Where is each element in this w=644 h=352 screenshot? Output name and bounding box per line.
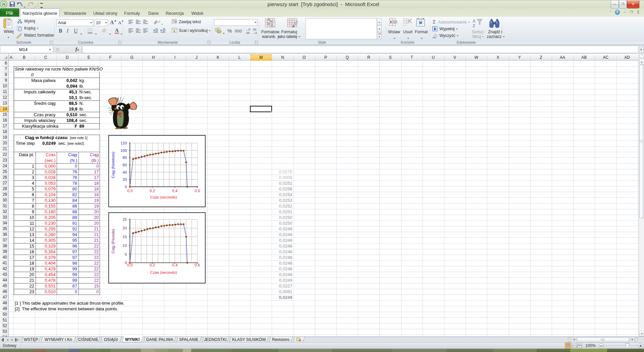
svg-text:0: 0 — [125, 261, 127, 265]
svg-text:0,6: 0,6 — [195, 189, 200, 193]
svg-text:40: 40 — [123, 170, 127, 174]
svg-text:100: 100 — [120, 148, 127, 152]
svg-text:0,4: 0,4 — [172, 263, 178, 267]
svg-text:Ciąg (Newtons): Ciąg (Newtons) — [111, 151, 115, 178]
svg-text:Czas (seconds): Czas (seconds) — [150, 270, 177, 274]
svg-text:0,2: 0,2 — [150, 189, 155, 193]
svg-text:20: 20 — [123, 226, 127, 230]
svg-text:Czas (seconds): Czas (seconds) — [150, 195, 177, 199]
svg-text:15: 15 — [123, 235, 127, 239]
svg-text:120: 120 — [120, 141, 127, 145]
svg-text:ab: ab — [154, 19, 158, 25]
svg-text:0,2: 0,2 — [150, 263, 155, 267]
svg-text:a: a — [173, 29, 175, 33]
svg-text:0: 0 — [125, 185, 127, 189]
svg-text:Ciąg (Pounds): Ciąg (Pounds) — [111, 229, 115, 254]
svg-text:0,6: 0,6 — [195, 263, 200, 267]
svg-text:0,4: 0,4 — [172, 189, 178, 193]
svg-text:5: 5 — [125, 252, 127, 256]
svg-text:Z: Z — [473, 24, 475, 28]
svg-text:20: 20 — [123, 177, 127, 181]
svg-text:A: A — [473, 19, 476, 24]
svg-text:60: 60 — [123, 163, 127, 167]
svg-text:10: 10 — [123, 244, 127, 248]
svg-text:80: 80 — [123, 156, 127, 160]
svg-text:25: 25 — [123, 217, 127, 221]
svg-text:0,0: 0,0 — [127, 189, 132, 193]
